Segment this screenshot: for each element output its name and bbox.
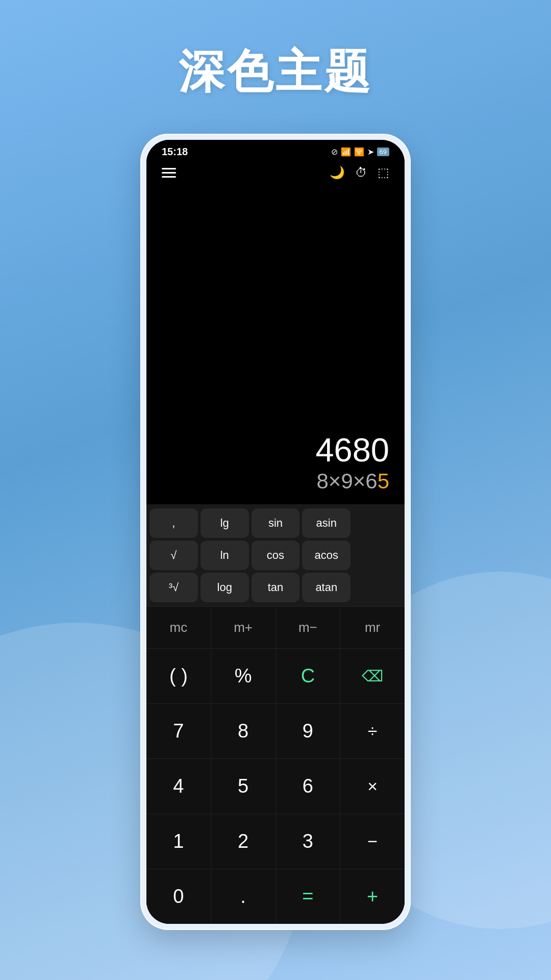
status-icons: ⊘ 📶 🛜 ➤ 69 bbox=[331, 147, 389, 157]
status-time: 15:18 bbox=[162, 146, 188, 158]
expression-display: 8×9×65 bbox=[162, 469, 389, 494]
plus-button[interactable]: + bbox=[340, 869, 405, 924]
bluetooth-icon: ➤ bbox=[367, 147, 374, 157]
header-icons-group: 🌙 ⏱ ⬚ bbox=[330, 165, 389, 180]
m-plus-button[interactable]: m+ bbox=[211, 607, 276, 648]
page-title: 深色主题 bbox=[179, 41, 372, 103]
ln-button[interactable]: ln bbox=[201, 541, 249, 570]
app-header: 🌙 ⏱ ⬚ bbox=[146, 160, 405, 187]
key-6[interactable]: 6 bbox=[276, 759, 341, 814]
percent-button[interactable]: % bbox=[211, 649, 276, 703]
tan-button[interactable]: tan bbox=[252, 573, 300, 602]
cos-button[interactable]: cos bbox=[252, 541, 300, 570]
mr-button[interactable]: mr bbox=[340, 607, 405, 648]
log-button[interactable]: log bbox=[201, 573, 249, 602]
sqrt-button[interactable]: √ bbox=[149, 541, 198, 570]
acos-button[interactable]: acos bbox=[302, 541, 350, 570]
row-789: 7 8 9 ÷ bbox=[146, 703, 405, 758]
clear-button[interactable]: C bbox=[276, 649, 341, 703]
parentheses-button[interactable]: ( ) bbox=[146, 649, 211, 703]
row-0: 0 . = + bbox=[146, 869, 405, 924]
theme-toggle-icon[interactable]: 🌙 bbox=[330, 165, 345, 180]
status-bar: 15:18 ⊘ 📶 🛜 ➤ 69 bbox=[146, 140, 405, 160]
display-area: 4680 8×9×65 bbox=[146, 187, 405, 504]
key-5[interactable]: 5 bbox=[211, 759, 276, 814]
multiply-button[interactable]: × bbox=[340, 759, 405, 814]
lg-button[interactable]: lg bbox=[201, 508, 249, 538]
key-2[interactable]: 2 bbox=[211, 814, 276, 869]
asin-button[interactable]: asin bbox=[302, 508, 350, 538]
equals-button[interactable]: = bbox=[276, 869, 341, 924]
key-9[interactable]: 9 bbox=[276, 704, 341, 758]
sci-extra-2[interactable] bbox=[353, 541, 402, 570]
result-display: 4680 bbox=[162, 432, 389, 469]
mc-button[interactable]: mc bbox=[146, 607, 211, 648]
key-0[interactable]: 0 bbox=[146, 869, 211, 924]
sci-row-3: ³√ log tan atan bbox=[149, 573, 402, 602]
row-456: 4 5 6 × bbox=[146, 758, 405, 814]
row-clear: ( ) % C ⌫ bbox=[146, 648, 405, 703]
atan-button[interactable]: atan bbox=[302, 573, 350, 602]
battery-icon: 69 bbox=[377, 148, 389, 156]
key-7[interactable]: 7 bbox=[146, 704, 211, 758]
key-8[interactable]: 8 bbox=[211, 704, 276, 758]
minus-button[interactable]: − bbox=[340, 814, 405, 869]
alarm-icon: ⊘ bbox=[331, 147, 338, 157]
cursor: 5 bbox=[378, 469, 389, 493]
scientific-buttons: , lg sin asin √ ln cos acos ³√ log tan a… bbox=[146, 504, 405, 606]
sin-button[interactable]: sin bbox=[252, 508, 300, 538]
key-1[interactable]: 1 bbox=[146, 814, 211, 869]
signal-icon: 📶 bbox=[341, 147, 351, 157]
wifi-icon: 🛜 bbox=[354, 147, 364, 157]
sci-extra-3[interactable] bbox=[353, 573, 402, 602]
sci-row-1: , lg sin asin bbox=[149, 508, 402, 538]
row-123: 1 2 3 − bbox=[146, 814, 405, 869]
menu-button[interactable] bbox=[162, 168, 176, 178]
layout-icon[interactable]: ⬚ bbox=[378, 165, 389, 180]
divide-button[interactable]: ÷ bbox=[340, 704, 405, 758]
phone-screen: 15:18 ⊘ 📶 🛜 ➤ 69 🌙 ⏱ ⬚ 4680 8 bbox=[146, 140, 405, 924]
key-3[interactable]: 3 bbox=[276, 814, 341, 869]
keypad: mc m+ m− mr ( ) % C ⌫ 7 8 9 ÷ 4 bbox=[146, 606, 405, 924]
comma-button[interactable]: , bbox=[149, 508, 198, 538]
key-4[interactable]: 4 bbox=[146, 759, 211, 814]
decimal-button[interactable]: . bbox=[211, 869, 276, 924]
m-minus-button[interactable]: m− bbox=[276, 607, 341, 648]
cbrt-button[interactable]: ³√ bbox=[149, 573, 198, 602]
expression-text: 8×9×6 bbox=[317, 469, 378, 493]
phone-frame: 15:18 ⊘ 📶 🛜 ➤ 69 🌙 ⏱ ⬚ 4680 8 bbox=[140, 134, 411, 930]
history-icon[interactable]: ⏱ bbox=[355, 165, 367, 180]
backspace-button[interactable]: ⌫ bbox=[340, 649, 405, 703]
memory-row: mc m+ m− mr bbox=[146, 606, 405, 648]
sci-row-2: √ ln cos acos bbox=[149, 541, 402, 570]
sci-extra-1[interactable] bbox=[353, 508, 402, 538]
